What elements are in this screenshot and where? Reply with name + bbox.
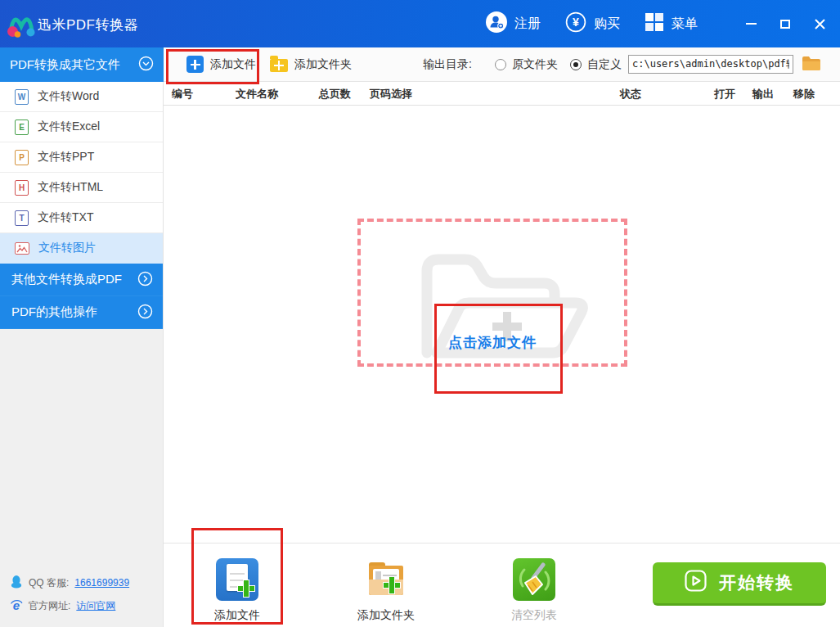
qq-number-link[interactable]: 1661699939 (74, 577, 129, 589)
sidebar-item-label: 文件转图片 (38, 241, 96, 255)
col-page-select: 页码选择 (370, 87, 412, 101)
sidebar-item-pdf-to-excel[interactable]: E 文件转Excel (0, 112, 163, 142)
toolbar-add-folder-button[interactable]: 添加文件夹 (270, 56, 352, 72)
radio-dot-icon[interactable] (570, 59, 582, 70)
start-convert-label: 开始转换 (719, 571, 794, 594)
register-label: 注册 (514, 16, 541, 33)
add-folder-icon (270, 59, 288, 72)
menu-button[interactable]: 菜单 (645, 12, 698, 35)
close-button[interactable] (809, 13, 830, 34)
register-button[interactable]: 注册 (486, 11, 541, 36)
svg-text:¥: ¥ (573, 16, 579, 29)
col-remove: 移除 (793, 87, 815, 101)
radio-circle-icon[interactable] (495, 59, 506, 70)
start-convert-button[interactable]: 开始转换 (653, 562, 826, 606)
add-file-big-button[interactable]: 添加文件 (188, 558, 286, 623)
buy-yuan-icon: ¥ (565, 11, 586, 36)
sidebar-category-other-to-pdf[interactable]: 其他文件转换成PDF (0, 264, 163, 296)
radio-original-folder[interactable]: 原文件夹 (495, 57, 558, 72)
clear-list-label: 清空列表 (511, 608, 557, 623)
contact-info: QQ 客服: 1661699939 e 官方网址: 访问官网 (10, 575, 129, 614)
sidebar-category-pdf-to-other[interactable]: PDF转换成其它文件 (0, 47, 164, 82)
sidebar-item-label: 文件转PPT (38, 150, 94, 165)
output-path-input[interactable] (628, 55, 793, 74)
sidebar-item-label: 文件转Excel (38, 120, 100, 134)
col-output: 输出 (752, 87, 774, 101)
menu-label: 菜单 (672, 16, 698, 33)
chevron-right-circle-icon (137, 271, 153, 289)
add-file-big-label: 添加文件 (214, 608, 260, 623)
app-window: 迅米PDF转换器 注册 ¥ (0, 0, 840, 627)
excel-file-icon: E (15, 120, 29, 135)
maximize-button[interactable] (775, 13, 796, 34)
sidebar-item-pdf-to-word[interactable]: W 文件转Word (0, 82, 163, 112)
output-dir-label: 输出目录: (423, 57, 472, 72)
website-label: 官方网址: (29, 599, 70, 613)
drop-zone-add-files[interactable]: 点击添加文件 (357, 219, 627, 367)
qq-service-label: QQ 客服: (29, 576, 69, 590)
sidebar-item-label: 文件转HTML (38, 180, 103, 195)
radio-original-label: 原文件夹 (512, 57, 558, 72)
file-table-header: 编号 文件名称 总页数 页码选择 状态 打开 输出 移除 (164, 82, 840, 106)
official-site-link[interactable]: 访问官网 (76, 599, 115, 613)
add-folder-document-icon (365, 558, 407, 601)
sidebar-category-pdf-other-ops[interactable]: PDF的其他操作 (0, 296, 163, 329)
sidebar-item-pdf-to-ppt[interactable]: P 文件转PPT (0, 142, 163, 173)
window-controls (740, 13, 830, 34)
col-open: 打开 (714, 87, 735, 101)
titlebar: 迅米PDF转换器 注册 ¥ (0, 0, 840, 47)
chevron-down-circle-icon (138, 56, 154, 74)
browse-folder-button[interactable] (802, 55, 821, 73)
bottom-action-bar: 添加文件 添加文件夹 清空列表 (164, 543, 840, 627)
sidebar-section-label: PDF的其他操作 (11, 304, 97, 320)
add-folder-big-label: 添加文件夹 (357, 608, 415, 623)
clear-list-button[interactable]: 清空列表 (485, 558, 583, 623)
sidebar-item-pdf-to-html[interactable]: H 文件转HTML (0, 173, 163, 203)
toolbar-add-file-button[interactable]: 添加文件 (186, 56, 256, 73)
col-status: 状态 (620, 87, 641, 101)
sidebar-category-label: PDF转换成其它文件 (10, 57, 120, 73)
titlebar-actions: 注册 ¥ 购买 (486, 0, 840, 47)
sidebar-item-label: 文件转Word (38, 89, 99, 104)
image-file-icon (15, 242, 29, 255)
add-file-document-icon (216, 558, 258, 601)
radio-custom-folder[interactable]: 自定义 (570, 57, 622, 72)
word-file-icon: W (15, 89, 29, 105)
file-list-panel: 编号 文件名称 总页数 页码选择 状态 打开 输出 移除 点击添加文件 (164, 82, 840, 543)
add-file-icon (186, 56, 204, 73)
txt-file-icon: T (15, 210, 29, 226)
buy-label: 购买 (594, 16, 620, 33)
sidebar-item-pdf-to-txt[interactable]: T 文件转TXT (0, 203, 163, 233)
register-user-icon (486, 11, 507, 36)
ppt-file-icon: P (15, 150, 29, 165)
col-pages: 总页数 (319, 87, 351, 101)
chevron-right-circle-icon (137, 304, 153, 322)
html-file-icon: H (15, 180, 29, 196)
col-index: 编号 (172, 87, 193, 101)
toolbar-add-folder-label: 添加文件夹 (294, 57, 352, 72)
radio-custom-label: 自定义 (587, 57, 622, 72)
drop-zone-hint: 点击添加文件 (361, 333, 624, 352)
menu-grid-icon (645, 12, 664, 35)
qq-icon (10, 575, 23, 591)
col-filename: 文件名称 (236, 87, 278, 101)
ie-browser-icon: e (10, 598, 23, 614)
toolbar: 添加文件 添加文件夹 输出目录: 原文件夹 自定义 (164, 47, 840, 82)
sidebar-item-label: 文件转TXT (38, 210, 93, 225)
sidebar: W 文件转Word E 文件转Excel P 文件转PPT H 文件转HTML … (0, 82, 164, 627)
sidebar-section-label: 其他文件转换成PDF (11, 272, 122, 287)
buy-button[interactable]: ¥ 购买 (565, 11, 620, 36)
play-icon (685, 570, 707, 596)
app-logo-icon (7, 9, 36, 42)
add-folder-big-button[interactable]: 添加文件夹 (337, 558, 435, 623)
clear-list-broom-icon (513, 558, 555, 601)
minimize-button[interactable] (740, 13, 761, 34)
toolbar-add-file-label: 添加文件 (210, 57, 256, 72)
sidebar-item-pdf-to-image[interactable]: 文件转图片 (0, 233, 163, 264)
app-title: 迅米PDF转换器 (38, 16, 138, 34)
